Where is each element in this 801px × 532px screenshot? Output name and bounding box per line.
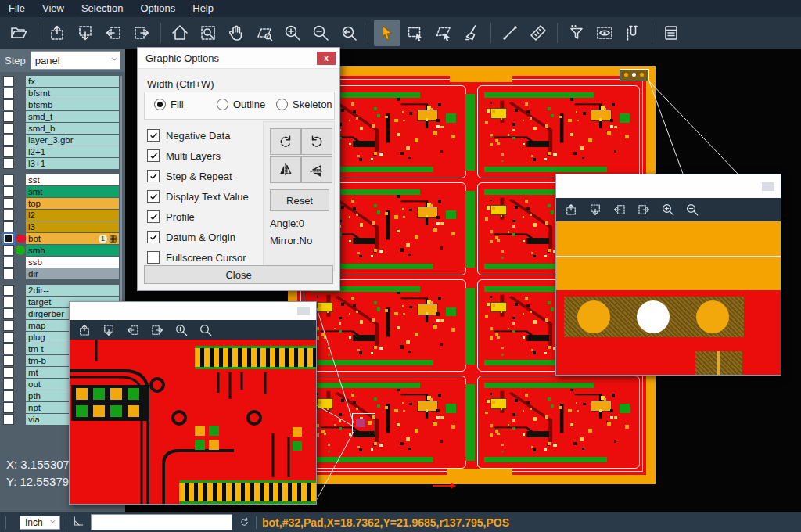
layer-item-smb[interactable]: smb <box>26 245 119 256</box>
layer-item-sst[interactable]: sst <box>26 174 119 185</box>
dialog-titlebar[interactable]: Graphic Options x <box>138 48 339 69</box>
toolbar-button-zoom-window[interactable] <box>195 20 221 46</box>
toolbar-button-select-rect[interactable] <box>402 20 429 46</box>
toolbar-button-select[interactable] <box>374 20 400 46</box>
layer-checkbox-bfsmt[interactable] <box>3 88 14 99</box>
zoom-window-button-zoom-out[interactable] <box>199 323 213 337</box>
toolbar-button-pan-left[interactable] <box>100 20 127 46</box>
layer-checkbox-ssb[interactable] <box>3 257 14 268</box>
toolbar-button-pan-hand[interactable] <box>223 20 250 46</box>
toolbar-button-snap[interactable] <box>620 20 646 46</box>
step-repeat-grid-icon[interactable] <box>109 235 117 243</box>
toolbar-button-zoom-area[interactable] <box>251 20 278 46</box>
layer-item-layer_3.gbr[interactable]: layer_3.gbr <box>26 135 119 146</box>
zoom-window-button-zoom-out[interactable] <box>685 203 699 217</box>
layer-item-top[interactable]: top <box>26 198 119 209</box>
checkbox-fullscreen-cursor[interactable]: Fullscreen Cursor <box>147 251 246 264</box>
layer-item-smd_b[interactable]: smd_b <box>26 123 119 134</box>
toolbar-button-home[interactable] <box>167 20 193 46</box>
layer-checkbox-pth[interactable] <box>3 390 14 401</box>
toolbar-button-ruler[interactable] <box>525 20 551 46</box>
layer-item-l2[interactable]: l2 <box>26 210 119 221</box>
step-select[interactable]: panel <box>31 51 120 70</box>
refresh-icon[interactable] <box>239 516 250 528</box>
menu-item-options[interactable]: Options <box>131 0 184 17</box>
toolbar-button-filter[interactable] <box>563 20 590 46</box>
zoom-window-button-pan-left[interactable] <box>126 323 140 337</box>
zoom-window-titlebar[interactable] <box>70 302 316 320</box>
minimize-button[interactable] <box>297 307 310 315</box>
zoom-window-button-pan-right[interactable] <box>150 323 164 337</box>
layer-checkbox-out[interactable] <box>3 379 14 390</box>
layer-item-smd_t[interactable]: smd_t <box>26 111 119 122</box>
layer-checkbox-npt[interactable] <box>3 402 14 413</box>
layer-checkbox-l3[interactable] <box>3 221 14 232</box>
layer-checkbox-2dir--[interactable] <box>3 285 14 296</box>
zoom-window-view[interactable] <box>556 221 781 375</box>
layer-item-2dir--[interactable]: 2dir-- <box>26 285 119 296</box>
zoom-window-top-right[interactable] <box>555 174 781 376</box>
checkbox-negative-data[interactable]: Negative Data <box>147 129 230 142</box>
toolbar-button-open-folder[interactable] <box>5 20 32 46</box>
checkbox-display-text-value[interactable]: Display Text Value <box>147 190 249 203</box>
reset-button[interactable]: Reset <box>270 189 329 211</box>
zoom-window-button-zoom-in[interactable] <box>661 203 675 217</box>
zoom-window-titlebar[interactable] <box>556 174 781 198</box>
toolbar-button-clear[interactable] <box>458 20 485 46</box>
minimize-button[interactable] <box>762 182 774 191</box>
pcb-board[interactable] <box>304 279 466 372</box>
layer-checkbox-smd_b[interactable] <box>3 123 14 134</box>
layer-item-ssb[interactable]: ssb <box>26 257 119 268</box>
zoom-window-button-pan-up[interactable] <box>77 323 92 337</box>
layer-item-l3+1[interactable]: l3+1 <box>26 158 119 169</box>
unit-select[interactable]: Inch <box>20 516 60 530</box>
zoom-window-view[interactable] <box>70 340 316 504</box>
layer-checkbox-bfsmb[interactable] <box>3 99 14 110</box>
layer-checkbox-bot[interactable] <box>3 233 14 244</box>
toolbar-button-select-poly[interactable] <box>430 20 457 46</box>
toolbar-button-zoom-out[interactable] <box>307 20 334 46</box>
radio-fill[interactable]: Fill <box>154 99 184 110</box>
pcb-board[interactable] <box>477 85 640 178</box>
checkbox-multi-layers[interactable]: Multi Layers <box>147 149 221 162</box>
pcb-board[interactable] <box>304 376 466 469</box>
layer-checkbox-map[interactable] <box>3 320 14 331</box>
zoom-window-button-pan-right[interactable] <box>637 203 651 217</box>
toolbar-button-pan-up[interactable] <box>44 20 70 46</box>
toolbar-button-pan-down[interactable] <box>72 20 99 46</box>
radio-outline[interactable]: Outline <box>217 99 265 110</box>
layer-item-l3[interactable]: l3 <box>26 221 119 232</box>
layer-checkbox-mt[interactable] <box>3 367 14 378</box>
zoom-window-bottom-left[interactable] <box>69 301 317 505</box>
toolbar-button-pan-right[interactable] <box>128 20 155 46</box>
layer-item-bfsmb[interactable]: bfsmb <box>26 99 119 110</box>
layer-item-bot[interactable]: bot1 <box>26 233 119 244</box>
checkbox-datum-origin[interactable]: Datum & Origin <box>147 231 235 243</box>
layer-checkbox-tm-t[interactable] <box>3 343 14 354</box>
layer-checkbox-l3+1[interactable] <box>3 158 14 169</box>
checkbox-step-repeat[interactable]: Step & Repeat <box>147 170 232 182</box>
toolbar-button-measure[interactable] <box>497 20 523 46</box>
toolbar-button-view-options[interactable] <box>591 20 618 46</box>
layer-checkbox-tm-b[interactable] <box>3 355 14 366</box>
layer-checkbox-l2+1[interactable] <box>3 146 14 157</box>
toolbar-button-zoom-in[interactable] <box>279 20 306 46</box>
toolbar-button-report[interactable] <box>658 20 684 46</box>
zoom-window-button-zoom-in[interactable] <box>174 323 189 337</box>
close-button[interactable]: Close <box>144 265 333 284</box>
layer-checkbox-sst[interactable] <box>3 174 14 185</box>
zoom-window-button-pan-down[interactable] <box>102 323 116 337</box>
menu-item-file[interactable]: File <box>0 0 34 17</box>
layer-checkbox-via[interactable] <box>3 414 14 425</box>
layer-item-dir[interactable]: dir <box>26 268 119 279</box>
button-rotate-ccw[interactable] <box>301 128 332 155</box>
zoom-window-button-pan-up[interactable] <box>564 203 578 217</box>
layer-item-l2+1[interactable]: l2+1 <box>26 146 119 157</box>
layer-checkbox-smd_t[interactable] <box>3 111 14 122</box>
layer-checkbox-smt[interactable] <box>3 186 14 197</box>
radio-skeleton[interactable]: Skeleton <box>276 99 332 110</box>
pcb-board[interactable] <box>477 376 640 469</box>
layer-checkbox-smb[interactable] <box>3 245 14 256</box>
button-rotate-cw[interactable] <box>270 128 301 155</box>
command-input[interactable] <box>91 514 232 530</box>
